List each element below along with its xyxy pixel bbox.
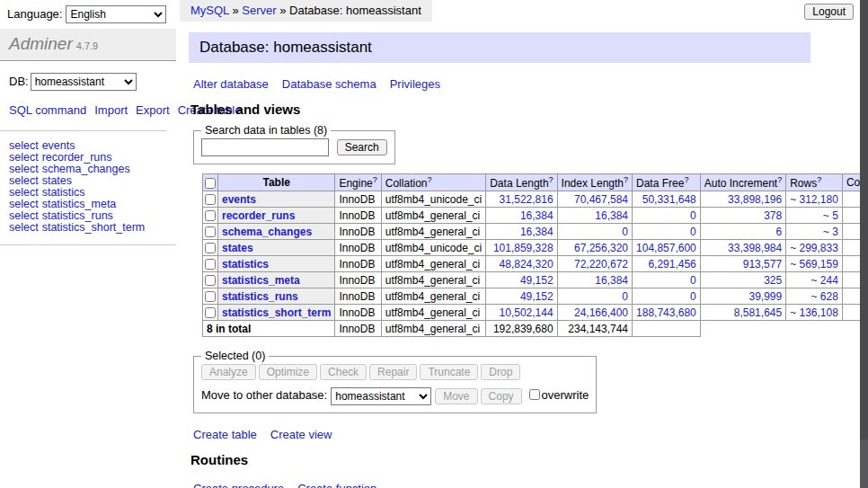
rows-count-link[interactable]: ~ 299,833: [790, 242, 838, 254]
drop-button[interactable]: Drop: [481, 364, 520, 380]
data-free-link[interactable]: 0: [690, 274, 696, 287]
index-length-link[interactable]: 70,467,584: [574, 193, 628, 206]
table-link[interactable]: events: [42, 139, 75, 152]
move-db-select[interactable]: homeassistant: [331, 387, 431, 405]
column-help-link[interactable]: Collation?: [385, 177, 432, 190]
table-link[interactable]: schema_changes: [42, 163, 130, 175]
check-button[interactable]: Check: [320, 364, 367, 380]
index-length-link[interactable]: 0: [622, 290, 628, 303]
table-link[interactable]: recorder_runs: [42, 151, 112, 164]
data-length-link[interactable]: 31,522,816: [500, 193, 554, 206]
menu-link-import[interactable]: Import: [94, 103, 128, 117]
routine-link-create-function[interactable]: Create function: [297, 482, 376, 488]
breadcrumb-link-server[interactable]: Server: [242, 4, 276, 17]
breadcrumb-link-mysql[interactable]: MySQL: [190, 4, 229, 17]
rows-count-link[interactable]: ~ 3: [823, 226, 838, 238]
index-length-link[interactable]: 16,384: [595, 209, 628, 222]
row-checkbox[interactable]: [205, 226, 216, 237]
data-length-link[interactable]: 101,859,328: [493, 242, 554, 254]
language-select[interactable]: English: [66, 5, 166, 23]
repair-button[interactable]: Repair: [369, 364, 417, 380]
scrollbar-thumb[interactable]: [860, 0, 868, 439]
menu-link-sql-command[interactable]: SQL command: [9, 103, 86, 117]
rows-count-link[interactable]: ~ 628: [811, 290, 838, 303]
data-free-link[interactable]: 0: [690, 226, 696, 238]
table-name-link[interactable]: statistics_meta: [222, 274, 300, 287]
table-link[interactable]: statistics: [42, 186, 85, 199]
create-link-create-table[interactable]: Create table: [193, 428, 257, 441]
move-button[interactable]: Move: [435, 388, 477, 404]
table-name-link[interactable]: statistics: [222, 258, 269, 271]
auto-increment-link[interactable]: 6: [775, 226, 782, 238]
search-input[interactable]: [201, 138, 329, 156]
scrollbar[interactable]: [860, 0, 868, 488]
action-link-alter-database[interactable]: Alter database: [193, 77, 269, 91]
table-link[interactable]: statistics_meta: [42, 198, 117, 210]
select-link[interactable]: select: [9, 163, 39, 175]
auto-increment-link[interactable]: 33,398,984: [728, 242, 782, 254]
table-name-link[interactable]: statistics_runs: [222, 290, 298, 303]
row-checkbox[interactable]: [205, 291, 216, 302]
select-link[interactable]: select: [9, 198, 39, 210]
data-length-link[interactable]: 16,384: [520, 209, 554, 222]
column-header-data-free[interactable]: Data Free?: [633, 174, 701, 191]
index-length-link[interactable]: 24,166,400: [574, 306, 628, 319]
select-link[interactable]: select: [9, 186, 39, 199]
data-free-link[interactable]: 188,743,680: [636, 306, 696, 319]
auto-increment-link[interactable]: 913,577: [743, 258, 782, 271]
data-free-link[interactable]: 6,291,456: [648, 258, 695, 271]
routine-link-create-procedure[interactable]: Create procedure: [193, 482, 284, 488]
data-length-link[interactable]: 16,384: [520, 226, 554, 238]
data-length-link[interactable]: 49,152: [520, 290, 554, 303]
rows-count-link[interactable]: ~ 5: [823, 209, 838, 222]
row-checkbox[interactable]: [205, 307, 216, 318]
table-name-link[interactable]: events: [222, 193, 256, 206]
auto-increment-link[interactable]: 33,898,196: [728, 193, 782, 206]
column-header-data-length[interactable]: Data Length?: [486, 174, 557, 191]
optimize-button[interactable]: Optimize: [259, 364, 317, 380]
column-header-auto-increment[interactable]: Auto Increment?: [700, 174, 785, 191]
data-free-link[interactable]: 50,331,648: [642, 193, 696, 206]
data-free-link[interactable]: 104,857,600: [636, 242, 696, 254]
index-length-link[interactable]: 16,384: [595, 274, 628, 287]
table-link[interactable]: statistics_runs: [42, 209, 113, 222]
column-help-link[interactable]: Engine?: [339, 177, 376, 190]
column-help-link[interactable]: Data Free?: [636, 177, 688, 190]
data-free-link[interactable]: 0: [690, 290, 696, 303]
auto-increment-link[interactable]: 378: [764, 209, 782, 222]
data-length-link[interactable]: 49,152: [520, 274, 554, 287]
column-header-engine[interactable]: Engine?: [335, 174, 381, 191]
action-link-database-schema[interactable]: Database schema: [282, 77, 376, 91]
column-help-link[interactable]: Auto Increment?: [704, 177, 782, 190]
select-link[interactable]: select: [9, 209, 39, 222]
index-length-link[interactable]: 72,220,672: [574, 258, 628, 271]
auto-increment-link[interactable]: 325: [764, 274, 782, 287]
table-link[interactable]: statistics_short_term: [42, 221, 146, 234]
index-length-link[interactable]: 0: [622, 226, 628, 238]
rows-count-link[interactable]: ~ 136,108: [790, 306, 838, 319]
adminer-logo-link[interactable]: Adminer: [9, 34, 73, 53]
auto-increment-link[interactable]: 39,999: [748, 290, 782, 303]
row-checkbox[interactable]: [205, 275, 216, 286]
column-header-collation[interactable]: Collation?: [381, 174, 485, 191]
truncate-button[interactable]: Truncate: [420, 364, 478, 380]
table-name-link[interactable]: statistics_short_term: [222, 306, 331, 319]
row-checkbox[interactable]: [205, 194, 216, 205]
db-select[interactable]: homeassistant: [31, 73, 137, 91]
data-free-link[interactable]: 0: [690, 209, 696, 222]
overwrite-checkbox[interactable]: [529, 389, 540, 400]
data-length-link[interactable]: 10,502,144: [500, 306, 554, 319]
select-link[interactable]: select: [9, 174, 39, 187]
column-help-link[interactable]: Data Length?: [490, 177, 553, 190]
logout-button[interactable]: Logout: [804, 4, 854, 20]
column-header-rows[interactable]: Rows?: [786, 174, 843, 191]
column-help-link[interactable]: Index Length?: [562, 177, 628, 190]
select-link[interactable]: select: [9, 221, 39, 234]
data-length-link[interactable]: 48,824,320: [500, 258, 554, 271]
index-length-link[interactable]: 67,256,320: [574, 242, 628, 254]
row-checkbox[interactable]: [205, 210, 216, 221]
table-name-link[interactable]: schema_changes: [222, 226, 312, 238]
column-help-link[interactable]: Rows?: [790, 177, 821, 190]
table-name-link[interactable]: recorder_runs: [222, 209, 295, 222]
rows-count-link[interactable]: ~ 312,180: [790, 193, 838, 206]
